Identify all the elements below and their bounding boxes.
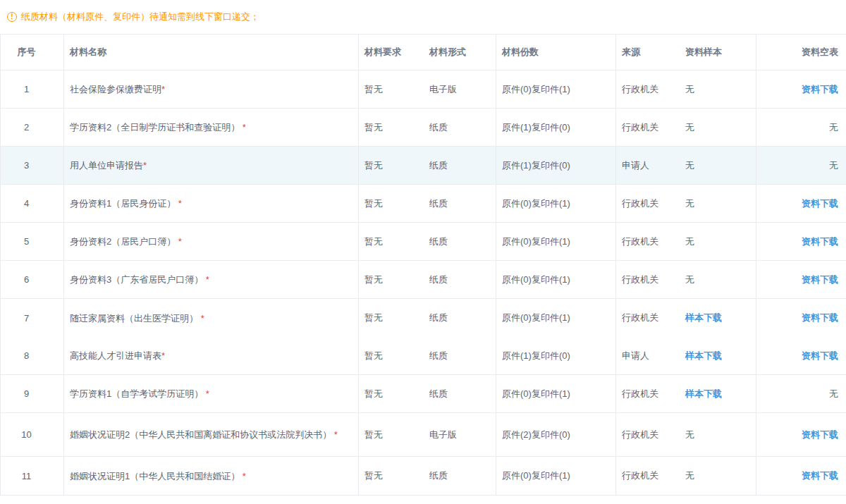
requirement-cell: 暂无 xyxy=(359,223,424,261)
sample-download-link[interactable]: 样本下载 xyxy=(685,350,722,361)
sample-value: 无 xyxy=(685,470,694,481)
col-header-blank-form: 资料空表 xyxy=(756,35,846,70)
material-name-cell: 学历资料1（自学考试学历证明） * xyxy=(64,375,359,413)
source-cell: 申请人 xyxy=(616,147,680,185)
material-name-cell: 学历资料2（全日制学历证书和查验证明） * xyxy=(64,109,359,147)
requirement-cell: 暂无 xyxy=(359,147,424,185)
table-row: 8 高技能人才引进申请表* 暂无 纸质 原件(1)复印件(0) 申请人 样本下载… xyxy=(1,337,846,375)
row-index-cell: 5 xyxy=(1,223,64,261)
table-row: 1 社会保险参保缴费证明* 暂无 电子版 原件(0)复印件(1) 行政机关 无 … xyxy=(1,70,846,109)
blank-form-cell: 资料下载 xyxy=(756,299,846,337)
blank-form-download-link[interactable]: 资料下载 xyxy=(802,198,838,209)
blank-form-download-link[interactable]: 资料下载 xyxy=(802,350,838,361)
table-row: 4 身份资料1（居民身份证） * 暂无 纸质 原件(0)复印件(1) 行政机关 … xyxy=(1,185,846,223)
required-asterisk: * xyxy=(178,198,182,209)
blank-form-cell: 无 xyxy=(756,375,846,413)
source-cell: 行政机关 xyxy=(616,223,680,261)
sample-cell: 样本下载 xyxy=(680,337,756,375)
blank-form-cell: 资料下载 xyxy=(756,337,846,375)
source-cell: 行政机关 xyxy=(616,185,680,223)
material-name-cell: 社会保险参保缴费证明* xyxy=(64,70,359,109)
material-name: 用人单位申请报告 xyxy=(70,160,143,171)
col-header-source: 来源 xyxy=(616,35,680,70)
copies-cell: 原件(0)复印件(1) xyxy=(496,223,616,261)
materials-table: 序号 材料名称 材料要求 材料形式 材料份数 来源 资料样本 资料空表 1 社会… xyxy=(0,34,846,496)
requirement-cell: 暂无 xyxy=(359,261,424,299)
row-index-cell: 4 xyxy=(1,185,64,223)
material-name: 随迁家属资料（出生医学证明） xyxy=(70,313,201,324)
copies-cell: 原件(0)复印件(1) xyxy=(496,185,616,223)
sample-value: 无 xyxy=(685,84,694,94)
material-name-cell: 婚姻状况证明1（中华人民共和国结婚证） * xyxy=(64,457,359,495)
form-cell: 纸质 xyxy=(424,109,496,147)
required-asterisk: * xyxy=(243,122,246,133)
source-cell: 行政机关 xyxy=(616,299,680,337)
material-name-cell: 身份资料3（广东省居民户口簿） * xyxy=(64,261,359,299)
copies-cell: 原件(1)复印件(0) xyxy=(496,147,616,185)
sample-download-link[interactable]: 样本下载 xyxy=(685,388,722,399)
source-cell: 行政机关 xyxy=(616,375,680,413)
required-asterisk: * xyxy=(334,429,338,440)
sample-value: 无 xyxy=(685,122,694,133)
form-cell: 纸质 xyxy=(424,185,496,223)
blank-form-download-link[interactable]: 资料下载 xyxy=(802,470,838,481)
required-asterisk: * xyxy=(161,84,165,94)
table-row: 3 用人单位申请报告* 暂无 纸质 原件(1)复印件(0) 申请人 无 无 xyxy=(1,147,846,185)
row-index-cell: 2 xyxy=(1,109,64,147)
blank-form-value: 无 xyxy=(829,122,838,133)
blank-form-cell: 资料下载 xyxy=(756,70,846,109)
required-asterisk: * xyxy=(178,236,182,247)
sample-value: 无 xyxy=(685,160,694,171)
blank-form-cell: 资料下载 xyxy=(756,261,846,299)
form-cell: 电子版 xyxy=(424,413,496,457)
blank-form-download-link[interactable]: 资料下载 xyxy=(802,429,838,440)
required-asterisk: * xyxy=(206,274,209,285)
sample-cell: 样本下载 xyxy=(680,299,756,337)
col-header-copies: 材料份数 xyxy=(496,35,616,70)
col-header-form: 材料形式 xyxy=(424,35,496,70)
sample-value: 无 xyxy=(685,274,694,285)
form-cell: 纸质 xyxy=(424,223,496,261)
material-name: 高技能人才引进申请表 xyxy=(70,350,161,361)
copies-cell: 原件(0)复印件(1) xyxy=(496,299,616,337)
blank-form-download-link[interactable]: 资料下载 xyxy=(802,84,838,94)
required-asterisk: * xyxy=(161,350,165,361)
form-cell: 纸质 xyxy=(424,457,496,495)
sample-value: 无 xyxy=(685,198,694,209)
material-name: 婚姻状况证明2（中华人民共和国离婚证和协议书或法院判决书） xyxy=(70,429,334,440)
table-row: 2 学历资料2（全日制学历证书和查验证明） * 暂无 纸质 原件(1)复印件(0… xyxy=(1,109,846,147)
copies-cell: 原件(1)复印件(0) xyxy=(496,109,616,147)
required-asterisk: * xyxy=(206,388,209,399)
sample-download-link[interactable]: 样本下载 xyxy=(685,312,722,323)
blank-form-download-link[interactable]: 资料下载 xyxy=(802,274,838,285)
sample-cell: 无 xyxy=(680,413,756,457)
form-cell: 纸质 xyxy=(424,375,496,413)
blank-form-cell: 资料下载 xyxy=(756,413,846,457)
requirement-cell: 暂无 xyxy=(359,109,424,147)
material-name: 婚姻状况证明1（中华人民共和国结婚证） xyxy=(70,471,243,481)
source-cell: 行政机关 xyxy=(616,109,680,147)
source-cell: 行政机关 xyxy=(616,457,680,495)
source-cell: 行政机关 xyxy=(616,70,680,109)
requirement-cell: 暂无 xyxy=(359,70,424,109)
requirement-cell: 暂无 xyxy=(359,337,424,375)
col-header-index: 序号 xyxy=(1,35,64,70)
source-cell: 申请人 xyxy=(616,337,680,375)
required-asterisk: * xyxy=(243,471,246,481)
required-asterisk: * xyxy=(143,160,147,171)
material-name: 学历资料1（自学考试学历证明） xyxy=(70,388,206,399)
copies-cell: 原件(2)复印件(0) xyxy=(496,413,616,457)
blank-form-download-link[interactable]: 资料下载 xyxy=(802,312,838,323)
sample-cell: 无 xyxy=(680,109,756,147)
requirement-cell: 暂无 xyxy=(359,375,424,413)
blank-form-cell: 资料下载 xyxy=(756,223,846,261)
blank-form-cell: 资料下载 xyxy=(756,457,846,495)
requirement-cell: 暂无 xyxy=(359,299,424,337)
row-index-cell: 8 xyxy=(1,337,64,375)
sample-value: 无 xyxy=(685,429,694,440)
sample-cell: 无 xyxy=(680,457,756,495)
col-header-sample: 资料样本 xyxy=(680,35,756,70)
blank-form-download-link[interactable]: 资料下载 xyxy=(802,236,838,247)
source-cell: 行政机关 xyxy=(616,261,680,299)
blank-form-cell: 资料下载 xyxy=(756,185,846,223)
